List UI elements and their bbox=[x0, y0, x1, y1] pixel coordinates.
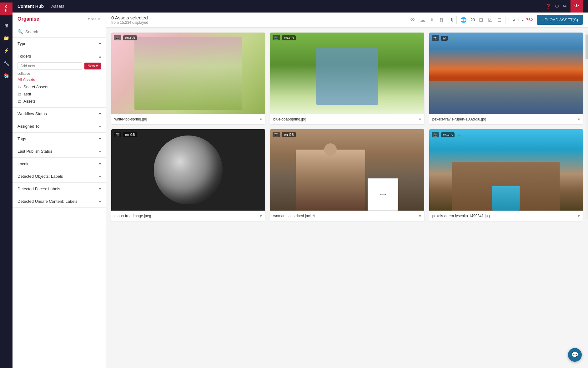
filter-publish-header[interactable]: Last Publish Status ▾ bbox=[13, 145, 106, 157]
asset-locale-badge: en-GB bbox=[123, 132, 137, 137]
filter-faces-header[interactable]: Detected Faces: Labels ▾ bbox=[13, 183, 106, 195]
folders-content: New ▾ collapse All Assets 🗂 Secret Asset… bbox=[13, 62, 106, 107]
filter-locale-chevron: ▾ bbox=[99, 162, 101, 166]
asset-name: moon-free-image.jpeg bbox=[114, 214, 260, 218]
folder-item-assets[interactable]: 🗂 Assets bbox=[18, 98, 101, 105]
folder-icon-assets: 🗂 bbox=[18, 99, 22, 104]
asset-badge: 📷 af ☁ bbox=[432, 35, 455, 41]
filter-detected-faces: Detected Faces: Labels ▾ bbox=[13, 183, 106, 195]
section-title: Assets bbox=[51, 4, 64, 9]
nav-icon-book[interactable]: 📚 bbox=[1, 70, 12, 81]
folder-item-secret-assets[interactable]: 🗂 Secret Assets bbox=[18, 83, 101, 90]
folder-icon-secret: 🗂 bbox=[18, 84, 22, 89]
asset-type-badge: 📷 bbox=[432, 132, 439, 137]
filter-locale-header[interactable]: Locale ▾ bbox=[13, 158, 106, 170]
folder-item-all-assets[interactable]: All Assets bbox=[18, 76, 101, 83]
asset-expand-icon[interactable]: ▾ bbox=[578, 117, 580, 122]
asset-card[interactable]: 📷 en-GB white-top-spring.jpg ▾ bbox=[111, 33, 265, 124]
filter-tags: Tags ▾ bbox=[13, 133, 106, 145]
search-box: 🔍 bbox=[13, 26, 106, 38]
asset-type-badge: 📷 bbox=[114, 35, 121, 40]
page-next-button[interactable]: ▸ bbox=[520, 17, 525, 23]
asset-locale-badge: en-GB bbox=[441, 132, 455, 137]
pattern-view-icon[interactable]: ⊟ bbox=[496, 16, 503, 24]
filter-unsafe-content: Detected Unsafe Content: Labels ▾ bbox=[13, 195, 106, 208]
filter-faces-label: Detected Faces: Labels bbox=[18, 187, 60, 191]
asset-name: blue-coat-spring.jpg bbox=[273, 117, 419, 121]
list-view-icon[interactable]: ☑ bbox=[487, 16, 494, 24]
globe-icon[interactable]: 🌐 bbox=[459, 16, 468, 24]
filter-tags-header[interactable]: Tags ▾ bbox=[13, 133, 106, 145]
chat-button[interactable]: 💬 bbox=[568, 348, 582, 362]
nav-icon-tools[interactable]: 🔧 bbox=[1, 58, 12, 69]
settings-icon[interactable]: ⚙ bbox=[555, 3, 559, 9]
selection-sub: from 15,234 displayed bbox=[111, 20, 405, 25]
download-icon[interactable]: ⬇ bbox=[429, 16, 435, 24]
nav-bar: CH ⊞ 📁 ⚡ 🔧 📚 bbox=[0, 0, 13, 368]
camera-icon: 📷 bbox=[274, 36, 279, 40]
filter-workflow-header[interactable]: Workflow Status ▾ bbox=[13, 108, 106, 120]
asset-type-badge: 📷 bbox=[273, 132, 280, 137]
new-btn-chevron: ▾ bbox=[96, 64, 98, 68]
asset-expand-icon[interactable]: ▾ bbox=[578, 213, 580, 218]
asset-footer: pexels-artem-lysenko-1499341.jpg ▾ bbox=[429, 211, 583, 221]
preview-toggle-button[interactable]: 👁 bbox=[570, 0, 583, 13]
filter-unsafe-header[interactable]: Detected Unsafe Content: Labels ▾ bbox=[13, 195, 106, 207]
page-current: 1 bbox=[508, 18, 510, 22]
close-sidebar-button[interactable]: close ✕ bbox=[88, 17, 101, 21]
assets-folder-label: Assets bbox=[23, 99, 36, 104]
scrollbar-thumb[interactable] bbox=[585, 34, 588, 59]
asset-badge: 📷 en-GB bbox=[273, 132, 296, 137]
filter-assigned-header[interactable]: Assigned To ▾ bbox=[13, 120, 106, 132]
upload-cloud-icon[interactable]: ☁ bbox=[419, 16, 426, 24]
close-label: close bbox=[88, 17, 97, 21]
asset-card[interactable]: 📷 en-GB blue-coat-spring.jpg ▾ bbox=[270, 33, 424, 124]
sort-arrows-icon: ⇅ bbox=[450, 18, 454, 22]
filter-faces-chevron: ▾ bbox=[99, 187, 101, 191]
asset-card[interactable]: 📷 af ☁ pexels-travis-rupert-1032650.jpg … bbox=[429, 33, 583, 124]
toolbar: 0 Assets selected from 15,234 displayed … bbox=[106, 13, 588, 28]
filter-assigned-to: Assigned To ▾ bbox=[13, 120, 106, 133]
folder-item-asdf[interactable]: 🗂 asdf bbox=[18, 90, 101, 98]
filter-last-publish: Last Publish Status ▾ bbox=[13, 145, 106, 158]
asset-locale-badge: af bbox=[441, 36, 448, 41]
nav-icon-grid[interactable]: ⊞ bbox=[1, 20, 12, 31]
page-prev-button[interactable]: ◂ bbox=[511, 17, 516, 23]
filter-objects-header[interactable]: Detected Objects: Labels ▾ bbox=[13, 170, 106, 182]
camera-icon: 📷 bbox=[115, 132, 120, 136]
folders-header[interactable]: Folders ▴ bbox=[13, 50, 106, 62]
filter-detected-objects: Detected Objects: Labels ▾ bbox=[13, 170, 106, 183]
asset-card[interactable]: 📷 en-GB moon-free-image.jpeg ▾ bbox=[111, 129, 265, 221]
add-folder-input[interactable] bbox=[18, 62, 82, 70]
help-icon[interactable]: ❓ bbox=[545, 3, 551, 9]
asset-card[interactable]: 📷 en-GB ☁ pexels-artem-lysenko-1499341.j… bbox=[429, 129, 583, 221]
toolbar-divider-3 bbox=[505, 16, 505, 24]
nav-icon-folder[interactable]: 📁 bbox=[1, 33, 12, 44]
sort-control[interactable]: ⇅ bbox=[450, 18, 454, 22]
asset-expand-icon[interactable]: ▾ bbox=[419, 213, 421, 218]
asset-type-badge: 📷 bbox=[273, 35, 280, 40]
asset-expand-icon[interactable]: ▾ bbox=[260, 117, 262, 122]
scrollbar-track[interactable] bbox=[585, 31, 588, 219]
folder-icon-asdf: 🗂 bbox=[18, 92, 22, 96]
collapse-link[interactable]: collapse bbox=[18, 71, 101, 76]
asset-badge: 📷 en-GB bbox=[273, 35, 296, 40]
asset-expand-icon[interactable]: ▾ bbox=[260, 213, 262, 218]
view-icon[interactable]: 👁 bbox=[409, 16, 416, 24]
asset-name: pexels-travis-rupert-1032650.jpg bbox=[432, 117, 578, 121]
app-logo[interactable]: CH bbox=[0, 3, 13, 15]
search-input[interactable] bbox=[25, 29, 101, 34]
upload-assets-button[interactable]: UPLOAD ASSET(S) bbox=[537, 15, 583, 25]
nav-icon-filter[interactable]: ⚡ bbox=[1, 45, 12, 56]
asset-expand-icon[interactable]: ▾ bbox=[419, 117, 421, 122]
delete-icon[interactable]: 🗑 bbox=[438, 16, 445, 24]
asset-thumbnail: craze 📷 en-GB bbox=[270, 129, 424, 211]
signout-icon[interactable]: ↪ bbox=[563, 3, 567, 9]
grid-view-icon[interactable]: ⊞ bbox=[478, 16, 484, 24]
filter-type-chevron: ▾ bbox=[99, 42, 101, 46]
toolbar-divider bbox=[448, 16, 448, 24]
new-folder-button[interactable]: New ▾ bbox=[84, 63, 101, 69]
app-name: Content Hub bbox=[18, 4, 44, 9]
filter-type-header[interactable]: Type ▾ bbox=[13, 38, 106, 50]
asset-card[interactable]: craze 📷 en-GB woman hat striped jacket bbox=[270, 129, 424, 221]
